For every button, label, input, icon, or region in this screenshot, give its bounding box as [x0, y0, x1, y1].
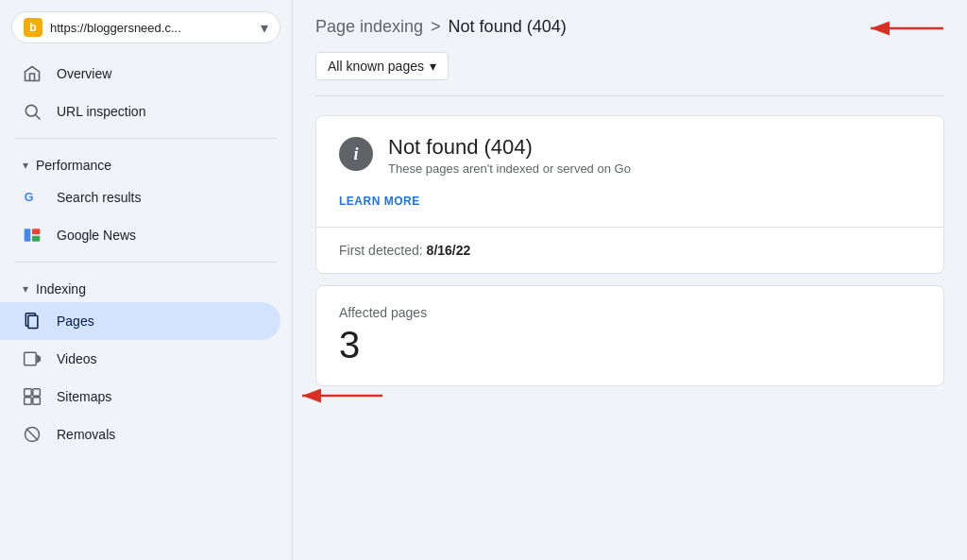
sidebar-item-videos-label: Videos: [57, 351, 97, 366]
sidebar-nav: Overview URL inspection ▾ Performance G: [0, 51, 292, 457]
status-text-block: Not found (404) These pages aren't index…: [388, 135, 631, 176]
sidebar-item-overview[interactable]: Overview: [0, 55, 280, 93]
status-card-inner: i Not found (404) These pages aren't ind…: [316, 116, 943, 227]
status-header: i Not found (404) These pages aren't ind…: [339, 135, 921, 176]
performance-section-header[interactable]: ▾ Performance: [0, 146, 292, 178]
sidebar-item-search-results[interactable]: G Search results: [0, 178, 280, 216]
affected-label: Affected pages: [339, 305, 921, 320]
sidebar-item-sitemaps-label: Sitemaps: [57, 389, 111, 404]
main-content: Page indexing > Not found (404) All know…: [293, 0, 967, 560]
sidebar-item-videos[interactable]: Videos: [0, 340, 280, 378]
sidebar-item-google-news-label: Google News: [57, 228, 136, 243]
url-dropdown-icon[interactable]: ▾: [261, 19, 268, 37]
affected-card-inner: Affected pages 3: [316, 286, 943, 385]
status-description: These pages aren't indexed or served on …: [388, 161, 631, 176]
url-text: https://bloggersneed.c...: [50, 21, 257, 35]
breadcrumb-current: Not found (404): [449, 17, 567, 37]
status-icon-circle: i: [339, 137, 373, 171]
performance-chevron: ▾: [23, 159, 28, 172]
sitemaps-icon: [23, 387, 42, 406]
nav-divider-1: [15, 138, 277, 139]
svg-marker-9: [38, 356, 41, 363]
svg-rect-13: [33, 398, 41, 405]
nav-divider-2: [15, 262, 277, 263]
videos-icon: [23, 349, 42, 368]
detected-value: 8/16/22: [427, 243, 471, 258]
svg-rect-7: [28, 315, 38, 328]
svg-rect-12: [25, 398, 32, 405]
google-icon: G: [23, 188, 42, 207]
first-detected-row: First detected: 8/16/22: [316, 228, 943, 273]
svg-rect-11: [33, 389, 41, 397]
sidebar-item-google-news[interactable]: Google News: [0, 216, 280, 254]
svg-rect-3: [25, 229, 31, 241]
svg-rect-10: [25, 389, 32, 397]
filter-bar: All known pages ▾: [293, 37, 967, 95]
filter-dropdown-icon: ▾: [430, 59, 436, 74]
home-icon: [23, 64, 42, 83]
content-area: i Not found (404) These pages aren't ind…: [293, 96, 967, 405]
sidebar-item-pages[interactable]: Pages: [0, 302, 280, 340]
sidebar-item-url-inspection[interactable]: URL inspection: [0, 93, 280, 130]
affected-pages-card: Affected pages 3: [315, 285, 944, 386]
indexing-section-header[interactable]: ▾ Indexing: [0, 270, 292, 302]
sidebar-item-removals-label: Removals: [57, 427, 115, 442]
status-card: i Not found (404) These pages aren't ind…: [315, 115, 944, 274]
filter-label: All known pages: [328, 59, 424, 74]
sidebar-item-overview-label: Overview: [57, 66, 111, 81]
url-bar[interactable]: b https://bloggersneed.c... ▾: [11, 11, 280, 43]
svg-point-0: [25, 105, 37, 116]
removals-icon: [23, 425, 42, 444]
svg-rect-5: [32, 236, 40, 242]
performance-section-label: Performance: [36, 158, 111, 173]
svg-rect-8: [25, 352, 37, 365]
sidebar-item-pages-label: Pages: [57, 314, 94, 329]
pages-icon: [23, 312, 42, 331]
google-news-icon: [23, 226, 42, 245]
breadcrumb-separator: >: [431, 17, 441, 37]
svg-text:G: G: [25, 191, 34, 204]
sidebar-item-search-results-label: Search results: [57, 190, 141, 205]
sidebar-item-removals[interactable]: Removals: [0, 416, 280, 453]
site-favicon: b: [24, 18, 42, 37]
status-title: Not found (404): [388, 135, 631, 160]
affected-count: 3: [339, 324, 921, 366]
learn-more-button[interactable]: LEARN MORE: [339, 187, 420, 208]
page-header: Page indexing > Not found (404): [293, 0, 967, 37]
sidebar-item-url-inspection-label: URL inspection: [57, 104, 145, 119]
indexing-chevron: ▾: [23, 282, 28, 296]
indexing-section-label: Indexing: [36, 281, 86, 297]
sidebar-item-sitemaps[interactable]: Sitemaps: [0, 378, 280, 416]
svg-rect-4: [32, 229, 40, 234]
breadcrumb: Page indexing > Not found (404): [315, 17, 567, 37]
info-icon: i: [353, 144, 358, 164]
filter-dropdown[interactable]: All known pages ▾: [315, 52, 449, 80]
detected-label: First detected:: [339, 243, 423, 258]
arrow-indicator: [863, 15, 948, 44]
red-arrow-icon: [863, 15, 948, 42]
sidebar: b https://bloggersneed.c... ▾ Overview: [0, 0, 293, 560]
svg-line-15: [26, 429, 39, 441]
breadcrumb-parent: Page indexing: [315, 17, 423, 37]
svg-line-1: [36, 115, 41, 120]
search-icon: [23, 102, 42, 121]
